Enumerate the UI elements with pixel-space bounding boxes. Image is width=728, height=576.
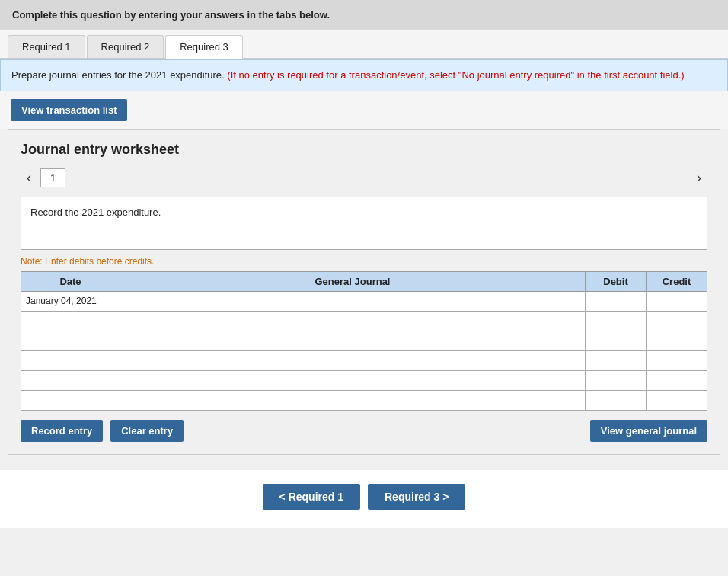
debit-cell bbox=[586, 390, 647, 410]
page-number: 1 bbox=[40, 168, 65, 187]
date-cell bbox=[21, 311, 120, 331]
credit-cell bbox=[647, 350, 707, 370]
date-input[interactable] bbox=[21, 391, 120, 410]
col-header-credit: Credit bbox=[647, 271, 707, 291]
journal-cell bbox=[120, 291, 586, 311]
journal-input[interactable] bbox=[120, 351, 585, 370]
credit-input[interactable] bbox=[647, 292, 707, 311]
description-text: Record the 2021 expenditure. bbox=[30, 206, 161, 218]
credit-cell bbox=[647, 390, 707, 410]
tabs-bar: Required 1 Required 2 Required 3 bbox=[0, 30, 728, 59]
debit-cell bbox=[586, 350, 647, 370]
date-cell bbox=[21, 390, 120, 410]
journal-cell bbox=[120, 311, 586, 331]
date-cell bbox=[21, 370, 120, 390]
credit-input[interactable] bbox=[647, 391, 707, 410]
credit-input[interactable] bbox=[647, 351, 707, 370]
date-input[interactable] bbox=[21, 331, 120, 350]
date-input[interactable] bbox=[21, 351, 120, 370]
worksheet-title: Journal entry worksheet bbox=[21, 142, 707, 158]
journal-input[interactable] bbox=[120, 312, 585, 331]
bottom-nav: < Required 1 Required 3 > bbox=[0, 470, 728, 528]
journal-cell bbox=[120, 370, 586, 390]
debit-cell bbox=[586, 291, 647, 311]
clear-entry-button[interactable]: Clear entry bbox=[110, 420, 184, 442]
view-general-journal-button[interactable]: View general journal bbox=[590, 420, 707, 442]
debit-input[interactable] bbox=[586, 331, 646, 350]
journal-input[interactable] bbox=[120, 331, 585, 350]
date-cell bbox=[21, 331, 120, 350]
nav-row: ‹ 1 › bbox=[21, 167, 707, 189]
button-row: Record entry Clear entry View general jo… bbox=[21, 420, 707, 442]
journal-cell bbox=[120, 350, 586, 370]
top-banner: Complete this question by entering your … bbox=[0, 0, 728, 30]
journal-input[interactable] bbox=[120, 391, 585, 410]
record-entry-button[interactable]: Record entry bbox=[21, 420, 103, 442]
credit-cell bbox=[647, 370, 707, 390]
debit-input[interactable] bbox=[586, 312, 646, 331]
view-btn-row: View transaction list bbox=[0, 91, 728, 129]
credit-cell bbox=[647, 331, 707, 350]
instruction-box: Prepare journal entries for the 2021 exp… bbox=[0, 59, 728, 91]
date-input[interactable] bbox=[21, 371, 120, 390]
journal-cell bbox=[120, 331, 586, 350]
tab-required-2[interactable]: Required 2 bbox=[87, 35, 164, 58]
credit-cell bbox=[647, 291, 707, 311]
col-header-date: Date bbox=[21, 271, 120, 291]
note-text: Note: Enter debits before credits. bbox=[21, 256, 707, 267]
table-row bbox=[21, 311, 707, 331]
prev-required-button[interactable]: < Required 1 bbox=[263, 484, 360, 510]
date-input[interactable] bbox=[21, 312, 120, 331]
credit-input[interactable] bbox=[647, 331, 707, 350]
credit-input[interactable] bbox=[647, 371, 707, 390]
journal-entry-worksheet: Journal entry worksheet ‹ 1 › Record the… bbox=[8, 129, 720, 455]
description-box: Record the 2021 expenditure. bbox=[21, 197, 707, 250]
table-row bbox=[21, 350, 707, 370]
next-required-button[interactable]: Required 3 > bbox=[368, 484, 465, 510]
journal-table: Date General Journal Debit Credit bbox=[21, 271, 707, 411]
banner-text: Complete this question by entering your … bbox=[12, 9, 330, 21]
col-header-debit: Debit bbox=[586, 271, 647, 291]
table-row bbox=[21, 331, 707, 350]
tab-required-1[interactable]: Required 1 bbox=[8, 35, 85, 58]
debit-input[interactable] bbox=[586, 351, 646, 370]
instruction-highlight: (If no entry is required for a transacti… bbox=[227, 69, 684, 81]
prev-page-button[interactable]: ‹ bbox=[21, 167, 37, 189]
next-page-button[interactable]: › bbox=[691, 167, 707, 189]
credit-cell bbox=[647, 311, 707, 331]
instruction-main: Prepare journal entries for the 2021 exp… bbox=[11, 69, 225, 81]
table-row bbox=[21, 390, 707, 410]
col-header-general-journal: General Journal bbox=[120, 271, 586, 291]
debit-cell bbox=[586, 311, 647, 331]
journal-input[interactable] bbox=[120, 371, 585, 390]
view-transaction-button[interactable]: View transaction list bbox=[11, 99, 127, 121]
debit-cell bbox=[586, 331, 647, 350]
tab-required-3[interactable]: Required 3 bbox=[165, 35, 243, 59]
journal-cell bbox=[120, 390, 586, 410]
debit-cell bbox=[586, 370, 647, 390]
journal-input[interactable] bbox=[120, 292, 585, 311]
debit-input[interactable] bbox=[586, 292, 646, 311]
debit-input[interactable] bbox=[586, 391, 646, 410]
date-cell bbox=[21, 350, 120, 370]
debit-input[interactable] bbox=[586, 371, 646, 390]
date-cell: January 04, 2021 bbox=[21, 291, 120, 311]
table-row: January 04, 2021 bbox=[21, 291, 707, 311]
table-row bbox=[21, 370, 707, 390]
credit-input[interactable] bbox=[647, 312, 707, 331]
